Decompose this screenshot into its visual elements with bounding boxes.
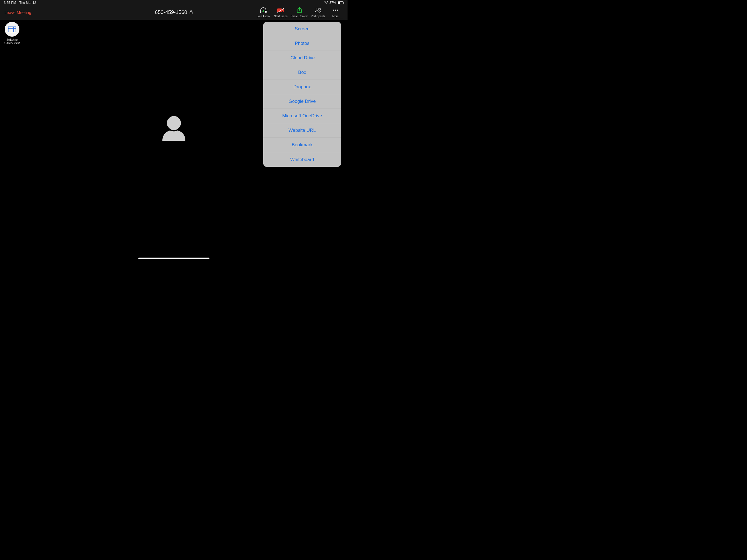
join-audio-label: Join Audio <box>257 15 269 18</box>
share-content-label: Share Content <box>291 15 308 18</box>
wifi-icon <box>324 1 328 5</box>
share-option-google-drive[interactable]: Google Drive <box>263 94 341 109</box>
more-button[interactable]: More <box>327 7 344 18</box>
participants-button[interactable]: Participants <box>309 7 327 18</box>
status-time: 3:55 PM <box>4 1 16 5</box>
svg-rect-1 <box>260 11 261 13</box>
video-off-icon <box>277 8 285 14</box>
grid-icon <box>8 27 16 32</box>
avatar-icon <box>160 114 187 141</box>
more-icon <box>332 7 339 14</box>
status-bar: 3:55 PM Thu Mar 12 37% <box>0 0 347 5</box>
leave-meeting-button[interactable]: Leave Meeting <box>4 10 31 15</box>
start-video-label: Start Video <box>274 15 287 18</box>
svg-point-9 <box>337 9 338 10</box>
share-icon <box>296 7 303 14</box>
toolbar-actions: Join Audio Start Video Share Content <box>255 7 347 18</box>
participant-avatar-placeholder <box>160 114 187 142</box>
svg-rect-0 <box>190 12 192 14</box>
share-option-photos[interactable]: Photos <box>263 36 341 51</box>
gallery-circle <box>5 22 19 36</box>
battery-pct: 37% <box>330 1 336 5</box>
share-option-microsoft-onedrive[interactable]: Microsoft OneDrive <box>263 109 341 123</box>
start-video-button[interactable]: Start Video <box>272 8 289 18</box>
svg-rect-2 <box>265 11 266 13</box>
participants-label: Participants <box>311 15 325 18</box>
share-option-screen[interactable]: Screen <box>263 22 341 36</box>
svg-point-6 <box>319 8 320 10</box>
meeting-title: 650-459-1560 <box>155 9 192 15</box>
headphones-icon <box>259 7 267 14</box>
share-option-box[interactable]: Box <box>263 65 341 80</box>
share-option-dropbox[interactable]: Dropbox <box>263 80 341 94</box>
share-content-menu: Screen Photos iCloud Drive Box Dropbox G… <box>263 22 341 167</box>
svg-point-5 <box>316 8 318 10</box>
meeting-title-text: 650-459-1560 <box>155 9 187 15</box>
share-option-icloud-drive[interactable]: iCloud Drive <box>263 51 341 65</box>
gallery-label-l2: Gallery View <box>4 42 20 45</box>
home-indicator[interactable] <box>138 258 209 259</box>
svg-point-7 <box>333 9 334 10</box>
share-content-button[interactable]: Share Content <box>289 7 309 18</box>
share-option-website-url[interactable]: Website URL <box>263 123 341 138</box>
battery-icon <box>338 1 344 4</box>
more-label: More <box>333 15 339 18</box>
share-option-bookmark[interactable]: Bookmark <box>263 138 341 152</box>
participants-icon <box>314 7 322 14</box>
gallery-view-toggle[interactable]: Switch to Gallery View <box>4 22 20 45</box>
join-audio-button[interactable]: Join Audio <box>255 7 272 18</box>
status-date: Thu Mar 12 <box>19 1 36 5</box>
gallery-toggle-label: Switch to Gallery View <box>4 38 20 45</box>
svg-point-8 <box>335 9 336 10</box>
gallery-label-l1: Switch to <box>6 38 18 41</box>
share-option-whiteboard[interactable]: Whiteboard <box>263 152 341 167</box>
lock-icon <box>189 9 193 15</box>
